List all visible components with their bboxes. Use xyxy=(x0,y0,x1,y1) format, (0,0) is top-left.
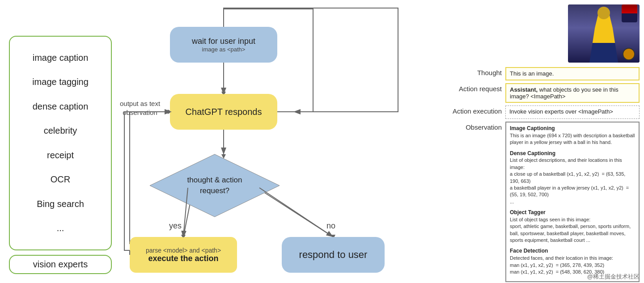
parse-execute-box: parse <model> and <path> execute the act… xyxy=(130,237,237,273)
yes-label: yes xyxy=(169,221,182,231)
left-item-ellipsis: ... xyxy=(57,223,64,233)
obs-section-0: Image Captioning This is an image (694 x… xyxy=(510,125,635,146)
left-item-receipt: receipt xyxy=(47,150,74,161)
output-label: output as text observation xyxy=(120,99,160,117)
obs-section-2: Object Tagger List of object tags seen i… xyxy=(510,209,635,244)
obs-body-0: This is an image (694 x 720) with descri… xyxy=(510,132,635,146)
observation-label: Observation xyxy=(452,122,505,131)
decision-diamond: thought & action request? xyxy=(148,152,282,219)
vision-experts-label: vision experts xyxy=(9,255,112,274)
no-label: no xyxy=(326,221,335,231)
obs-section-3: Face Detection Detected faces, and their… xyxy=(510,247,635,275)
thought-content: This is an image. xyxy=(505,67,640,80)
obs-body-1: List of object descriptions, and their l… xyxy=(510,157,635,205)
svg-text:request?: request? xyxy=(200,186,229,195)
svg-text:thought & action: thought & action xyxy=(187,176,242,184)
obs-title-3: Face Detection xyxy=(510,247,635,255)
diamond-svg: thought & action request? xyxy=(148,152,282,219)
output-label-line1: output as text xyxy=(120,100,160,107)
thought-row: Thought This is an image. xyxy=(452,67,640,80)
flowchart: wait for user input image as <path> outp… xyxy=(116,0,420,283)
wait-for-input-box: wait for user input image as <path> xyxy=(170,27,277,63)
watermark: @稀土掘金技术社区 xyxy=(587,273,640,281)
basketball-image xyxy=(568,4,640,63)
chatgpt-responds-box: ChatGPT responds xyxy=(170,94,277,130)
left-panel: image caption image tagging dense captio… xyxy=(9,36,112,250)
action-request-bold: Assistant, xyxy=(510,86,538,93)
action-execution-row: Action execution Invoke vision experts o… xyxy=(452,106,640,119)
action-execution-label: Action execution xyxy=(452,106,505,115)
observation-row: Observation Image Captioning This is an … xyxy=(452,122,640,282)
obs-body-2: List of object tags seen in this image:s… xyxy=(510,216,635,244)
parse-main-text: execute the action xyxy=(148,254,218,263)
thought-label: Thought xyxy=(452,67,505,76)
obs-title-2: Object Tagger xyxy=(510,209,635,216)
obs-title-0: Image Captioning xyxy=(510,125,635,132)
obs-title-1: Dense Captioning xyxy=(510,150,635,157)
action-request-row: Action request Assistant, what objects d… xyxy=(452,83,640,103)
left-item-image-caption: image caption xyxy=(33,53,89,63)
observation-content: Image Captioning This is an image (694 x… xyxy=(505,122,640,282)
wait-main-text: wait for user input xyxy=(192,37,255,46)
respond-main-text: respond to user xyxy=(299,249,368,261)
left-item-ocr: OCR xyxy=(51,174,70,185)
obs-section-1: Dense Captioning List of object descript… xyxy=(510,150,635,206)
chatgpt-main-text: ChatGPT responds xyxy=(186,107,262,117)
action-request-content: Assistant, what objects do you see in th… xyxy=(505,83,640,103)
respond-to-user-box: respond to user xyxy=(282,237,385,273)
right-panel-table: Thought This is an image. Action request… xyxy=(452,67,640,283)
parse-small-text: parse <model> and <path> xyxy=(146,247,221,254)
output-label-line2: observation xyxy=(123,109,157,116)
action-execution-content: Invoke vision experts over <ImagePath> xyxy=(505,106,640,119)
left-item-bing-search: Bing search xyxy=(37,199,84,209)
left-item-image-tagging: image tagging xyxy=(32,77,89,87)
left-item-dense-caption: dense caption xyxy=(33,101,89,112)
action-request-label: Action request xyxy=(452,83,505,93)
wait-sub-text: image as <path> xyxy=(202,46,246,53)
svg-marker-9 xyxy=(150,154,280,217)
left-item-celebrity: celebrity xyxy=(44,126,77,136)
